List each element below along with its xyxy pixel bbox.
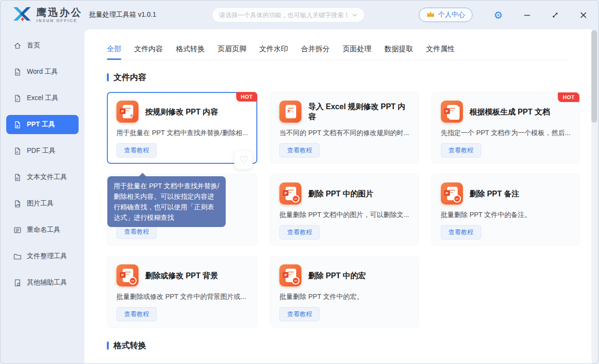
card-title: 导入 Excel 规则修改 PPT 内容 xyxy=(308,102,409,122)
user-center-label: 个人中心 xyxy=(438,11,465,19)
sidebar-item-pdf-doc[interactable]: APDF 工具 xyxy=(6,141,79,160)
view-tutorial-button[interactable]: 查看教程 xyxy=(279,307,320,321)
close-button[interactable] xyxy=(580,11,587,19)
function-search-box[interactable] xyxy=(212,7,365,23)
view-tutorial-button[interactable]: 查看教程 xyxy=(279,225,320,239)
sidebar-item-rename[interactable]: 重命名工具 xyxy=(6,220,79,239)
app-window: { "topbar": { "logo": { "title": "鹰迅办公",… xyxy=(0,0,599,364)
ppt-doc-icon: p xyxy=(13,121,22,129)
tool-card[interactable]: 查看教程用于批量在 PPT 文档中查找并替换/删除相关内容。可以按指定内容进行精… xyxy=(107,174,257,246)
sidebar-item-home[interactable]: 首页 xyxy=(6,36,79,55)
ppt-image-delete-icon: P− xyxy=(279,182,301,205)
card-title: 根据模板生成 PPT 文档 xyxy=(470,107,550,117)
tool-card[interactable]: P−删除 PPT 中的宏批量删除 PPT 文件中的宏。查看教程 xyxy=(270,256,418,328)
ppt-macro-delete-icon: P− xyxy=(279,264,301,286)
svg-text:A: A xyxy=(16,150,19,153)
scrollbar-thumb[interactable] xyxy=(591,30,597,123)
tab-8[interactable]: 文件属性 xyxy=(426,45,455,60)
sidebar-item-ppt-doc[interactable]: pPPT 工具 xyxy=(6,115,79,134)
yingxun-x-logo-icon xyxy=(12,5,32,24)
sidebar-item-misc-tools[interactable]: 其他辅助工具 xyxy=(6,273,79,292)
word-doc-icon: w xyxy=(13,68,22,76)
tab-0[interactable]: 全部 xyxy=(107,45,121,60)
user-center-button[interactable]: 个人中心 xyxy=(419,8,472,22)
view-tutorial-button[interactable]: 查看教程 xyxy=(441,225,481,239)
tool-card[interactable]: P−删除 PPT 备注批量删除 PPT 文件中的备注。查看教程 xyxy=(431,174,580,246)
tool-card[interactable]: HOTP根据模板生成 PPT 文档先指定一个 PPT 文档作为一个模板，然后..… xyxy=(431,92,580,164)
favorite-button[interactable]: ♡ xyxy=(234,151,253,169)
pdf-doc-icon: A xyxy=(13,147,22,155)
tool-card[interactable]: P−删除 PPT 中的图片批量删除 PPT 文档中的图片，可以删除文...查看教… xyxy=(270,174,418,246)
search-input[interactable] xyxy=(219,11,348,19)
sidebar-item-label: 图片工具 xyxy=(27,199,54,208)
section-header-format-convert: 格式转换 xyxy=(107,340,569,351)
tab-1[interactable]: 文件内容 xyxy=(134,45,163,60)
heart-icon: ♡ xyxy=(239,154,248,166)
card-description: 当不同的 PPT 文档有不同的修改规则的时... xyxy=(279,129,409,137)
maximize-button[interactable] xyxy=(552,11,559,19)
tooltip-text: 用于批量在 PPT 文档中查找并替换/删除相关内容。可以按指定内容进行精确查找，… xyxy=(114,182,219,221)
sidebar-item-label: Excel 工具 xyxy=(27,94,58,102)
minimize-button[interactable] xyxy=(524,11,530,18)
sidebar-item-text-doc[interactable]: 文本文件工具 xyxy=(6,168,79,187)
tab-4[interactable]: 文件水印 xyxy=(259,45,288,60)
card-description: 用于批量在 PPT 文档中查找并替换/删除相... xyxy=(116,129,248,137)
hot-badge: HOT xyxy=(236,92,258,102)
card-description: 先指定一个 PPT 文档作为一个模板，然后... xyxy=(441,129,570,137)
tool-card[interactable]: P−删除或修改 PPT 背景批量删除或修改 PPT 文件中的背景图片或...查看… xyxy=(107,256,257,328)
image-doc-icon xyxy=(13,200,22,208)
view-tutorial-button[interactable]: 查看教程 xyxy=(279,143,320,158)
title-bar: 鹰迅办公 INXUN OFFICE 批量处理工具箱 v1.0.1 个人中心 ⚙ xyxy=(0,0,599,29)
sidebar-item-label: Word 工具 xyxy=(27,68,58,76)
logo-subtitle: INXUN OFFICE xyxy=(36,19,82,23)
folder-icon xyxy=(13,252,22,261)
tab-5[interactable]: 合并拆分 xyxy=(301,45,330,60)
sidebar-item-label: PPT 工具 xyxy=(27,120,55,129)
app-logo: 鹰迅办公 INXUN OFFICE xyxy=(12,5,82,24)
scrollbar-track[interactable] xyxy=(591,30,597,361)
tool-card[interactable]: x→导入 Excel 规则修改 PPT 内容当不同的 PPT 文档有不同的修改规… xyxy=(270,92,418,164)
view-tutorial-button[interactable]: 查看教程 xyxy=(441,143,481,158)
section-title: 格式转换 xyxy=(114,340,146,351)
home-icon xyxy=(13,42,22,50)
tab-3[interactable]: 页眉页脚 xyxy=(218,45,246,60)
sidebar-item-image-doc[interactable]: 图片工具 xyxy=(6,194,79,213)
section-header-file-content: 文件内容 xyxy=(107,72,569,83)
sidebar-item-label: 其他辅助工具 xyxy=(27,278,67,287)
card-description: 批量删除或修改 PPT 文件中的背景图片或... xyxy=(116,293,248,301)
sidebar-item-word-doc[interactable]: wWord 工具 xyxy=(6,62,79,81)
view-tutorial-button[interactable]: 查看教程 xyxy=(116,143,157,158)
card-description: 批量删除 PPT 文件中的宏。 xyxy=(279,293,409,301)
cards-grid: HOTP✎按规则修改 PPT 内容用于批量在 PPT 文档中查找并替换/删除相.… xyxy=(107,92,569,328)
tab-6[interactable]: 页面处理 xyxy=(343,45,371,60)
excel-import-icon: x→ xyxy=(279,101,301,123)
ppt-template-icon: P xyxy=(441,101,463,123)
chevron-down-icon xyxy=(352,11,357,19)
excel-doc-icon: x xyxy=(13,94,22,102)
card-title: 删除或修改 PPT 背景 xyxy=(145,271,218,281)
tool-description-tooltip: 用于批量在 PPT 文档中查找并替换/删除相关内容。可以按指定内容进行精确查找，… xyxy=(107,176,226,227)
settings-gear-icon[interactable]: ⚙ xyxy=(494,10,503,20)
sidebar-item-label: 重命名工具 xyxy=(27,226,60,234)
card-title: 删除 PPT 中的图片 xyxy=(308,189,373,199)
card-title: 删除 PPT 备注 xyxy=(470,189,519,199)
section-title: 文件内容 xyxy=(114,72,146,83)
tab-7[interactable]: 数据提取 xyxy=(384,45,413,60)
svg-text:p: p xyxy=(16,124,18,127)
sidebar: 首页wWord 工具xExcel 工具pPPT 工具APDF 工具文本文件工具图… xyxy=(0,29,84,364)
view-tutorial-button[interactable]: 查看教程 xyxy=(116,307,157,321)
card-description: 批量删除 PPT 文档中的图片，可以删除文... xyxy=(279,211,409,219)
sidebar-item-label: 首页 xyxy=(27,41,40,50)
sidebar-item-folder[interactable]: 文件整理工具 xyxy=(6,247,79,266)
main-panel: 全部文件内容格式转换页眉页脚文件水印合并拆分页面处理数据提取文件属性 文件内容 … xyxy=(84,29,592,364)
rename-icon xyxy=(13,226,22,234)
sidebar-item-excel-doc[interactable]: xExcel 工具 xyxy=(6,89,79,108)
section-accent-bar xyxy=(107,73,109,81)
category-tabs: 全部文件内容格式转换页眉页脚文件水印合并拆分页面处理数据提取文件属性 xyxy=(107,45,569,60)
sidebar-item-label: 文件整理工具 xyxy=(27,252,67,261)
tab-2[interactable]: 格式转换 xyxy=(176,45,205,60)
ppt-notes-delete-icon: P− xyxy=(441,182,463,205)
ppt-background-delete-icon: P− xyxy=(116,264,138,286)
tool-card[interactable]: HOTP✎按规则修改 PPT 内容用于批量在 PPT 文档中查找并替换/删除相.… xyxy=(107,92,257,164)
card-title: 按规则修改 PPT 内容 xyxy=(145,107,218,117)
